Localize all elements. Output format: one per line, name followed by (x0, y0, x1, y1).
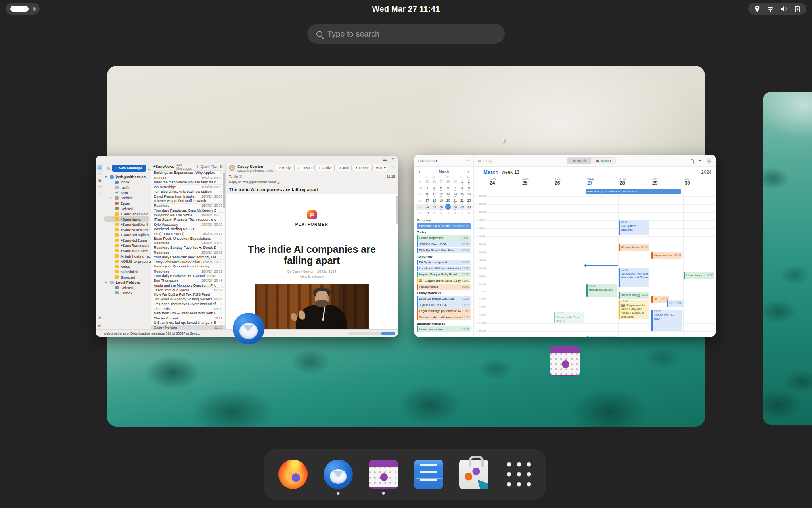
mini-day-cell[interactable]: 29 (459, 204, 466, 210)
mini-day-cell[interactable]: 15 (459, 191, 466, 197)
message-row-line[interactable]: TY Pages That Move Buyers instead of sto… (151, 302, 225, 306)
day-header-cell[interactable]: THU 28 (618, 177, 651, 189)
mini-day-cell[interactable]: 4 (431, 185, 438, 191)
message-row-line[interactable]: Casey Newton 11:18 (151, 325, 225, 329)
mini-day-cell[interactable]: 9 (465, 185, 473, 191)
mini-day-cell[interactable]: 3 (445, 210, 452, 216)
day-header-cell[interactable]: MON 25 (521, 177, 553, 189)
close-icon[interactable]: × (706, 158, 712, 164)
message-row-line[interactable]: Ten Blue Links, AI is bad now edition ☆ (151, 189, 225, 194)
expander-icon[interactable]: ∨ (109, 196, 113, 200)
display-options-icon[interactable]: ☷ (220, 165, 223, 169)
message-action-button[interactable]: More ▾ (372, 165, 388, 171)
star-icon[interactable]: ☆ (219, 171, 222, 175)
calendar-event[interactable]: Legal marriage p… 10:00 (651, 252, 682, 259)
day-header-cell[interactable]: SAT 30 (683, 177, 716, 189)
folder-row[interactable]: Sent (104, 190, 150, 195)
calendar-event[interactable]: Dr… 16:00 (667, 300, 684, 307)
calendars-dropdown[interactable]: Calendars ▾ (418, 159, 437, 163)
mini-day-cell[interactable]: 5 (438, 185, 445, 191)
mini-day-cell[interactable]: 24 (424, 204, 431, 210)
message-action-button[interactable]: ↓Archive (316, 165, 335, 171)
agenda-event-chip[interactable]: JQ695 HBA to OOL 20:35 (417, 241, 471, 247)
folder-row[interactable]: +SaneNoReplies (104, 232, 150, 237)
message-row-line[interactable]: New from Tim — Interviews with Seth Godi… (151, 311, 225, 316)
day-header-cell[interactable]: TUE 26 (553, 177, 586, 189)
calendar-event[interactable]: 14:00 House inspection (586, 284, 617, 297)
message-row-line[interactable]: Your daily Readwise: Alex Hormozi, Leand… (151, 255, 225, 260)
expander-icon[interactable]: ∨ (105, 175, 108, 179)
folder-row[interactable]: Drafts (104, 185, 150, 190)
calendar-event[interactable]: 17:15 JQ696 OOL to HBA (651, 310, 682, 331)
dock-app-button[interactable] (413, 459, 444, 490)
message-row-line[interactable]: Readwise 26/3/24, 23:02 (151, 269, 225, 274)
folder-row[interactable]: Deleted (104, 285, 150, 290)
message-row-line[interactable]: Unmade 15/3/24, 09:02 (151, 175, 225, 180)
mini-day-cell[interactable]: 26 (438, 204, 445, 210)
prev-month-icon[interactable]: ◂ (418, 170, 420, 173)
star-icon[interactable]: ☆ (219, 274, 222, 278)
folder-row[interactable]: +SaneNextMonth (104, 222, 150, 227)
folder-row[interactable]: ∨ josh@withers.co (104, 174, 150, 179)
mini-day-cell[interactable]: 18 (431, 197, 438, 204)
mini-day-cell[interactable]: 26 (431, 178, 438, 185)
mini-day-cell[interactable]: 27 (445, 204, 452, 210)
message-row-line[interactable]: A better way to find stuff to watch ☆ (151, 199, 225, 204)
space-tab-icon[interactable]: ▦ (96, 177, 103, 183)
folder-row[interactable]: Deleted (104, 206, 150, 211)
message-row-line[interactable]: Here's your QuoteAction of the day ☆ (151, 264, 225, 269)
search-icon[interactable] (691, 159, 694, 162)
reading-pane-scrollbar[interactable] (396, 196, 398, 224)
star-icon[interactable]: ☆ (391, 165, 395, 169)
agenda-event-chip[interactable]: Home inspection 12:30 (417, 326, 471, 332)
star-icon[interactable]: ☆ (219, 292, 222, 296)
workspace-indicator[interactable] (6, 3, 40, 15)
mini-day-cell[interactable]: 20 (445, 197, 452, 204)
mini-day-cell[interactable]: 22 (459, 197, 466, 204)
thunderbird-window[interactable]: ☰ × ✉ ⚇ ▦ ☑ ◗ (96, 156, 398, 337)
star-icon[interactable]: ☆ (219, 283, 222, 287)
mini-day-cell[interactable]: 5 (459, 210, 466, 216)
agenda-event-chip[interactable]: House inspection 14:00 (417, 235, 471, 241)
tab-week[interactable]: ▥ Week (567, 158, 591, 164)
mini-day-cell[interactable]: 28 (445, 178, 452, 185)
folder-row[interactable]: +SaneReminders (104, 243, 150, 248)
mini-day-cell[interactable]: 16 (465, 191, 473, 197)
folder-row[interactable]: Scheduled (104, 269, 150, 274)
star-icon[interactable]: ☆ (219, 311, 222, 315)
next-month-icon[interactable]: ▸ (468, 170, 469, 173)
message-row-line[interactable]: Meet the man whose job is to tank his ra… (151, 180, 225, 185)
menu-icon[interactable]: ☰ (465, 158, 469, 163)
calendar-event[interactable]: 16:00 Elopement for Millie Eddy and Will… (619, 300, 649, 319)
star-icon[interactable]: ☆ (219, 237, 222, 241)
settings-gear-icon[interactable]: ⚙ (98, 316, 102, 320)
folder-row[interactable]: +SaneBlackHole (104, 211, 150, 216)
expander-icon[interactable]: ∨ (105, 281, 108, 284)
folder-row[interactable]: Spam (104, 200, 150, 206)
message-row-line[interactable]: Your daily Readwise: Greg McKeown, Ernes… (151, 208, 225, 213)
message-row-line[interactable]: How We Built a Full Text RSS Feed ☆ (151, 292, 225, 297)
search-bar[interactable]: Type to search (307, 24, 505, 44)
workspace-pill-inactive[interactable] (33, 7, 36, 11)
mini-day-cell[interactable]: 6 (445, 185, 452, 191)
agenda-event-chip[interactable]: PA System reqiured 06:00 (417, 260, 471, 265)
folder-row[interactable]: ∨ Local Folders (104, 280, 150, 285)
message-row-line[interactable]: Ben Thompson 26/3/24, 23:48 (151, 278, 225, 283)
star-icon[interactable]: ☆ (219, 217, 222, 221)
message-action-button[interactable]: ↩Reply (276, 165, 293, 171)
folder-row[interactable]: NOIMS to prepare (104, 259, 150, 264)
calendar-event[interactable]: 20:35 JQ695 HBA to OOL (586, 336, 617, 337)
tab-month[interactable]: ▦ Month (591, 158, 616, 164)
quick-filter-button[interactable]: Quick Filter (201, 165, 218, 169)
calendar-event[interactable]: Inspect Wagga G… 15:00 (619, 292, 649, 299)
mini-day-cell[interactable]: 10 (424, 191, 431, 197)
message-row-line[interactable]: Tim Ferriss 09:33 (151, 306, 225, 311)
dock-app-button[interactable] (458, 459, 489, 490)
star-icon[interactable]: ☆ (219, 246, 222, 250)
mini-day-cell[interactable]: 25 (424, 178, 431, 185)
all-day-event[interactable]: Brisbane, QLD, Australia, March 2024 (586, 189, 681, 194)
mini-day-cell[interactable]: 11 (431, 191, 438, 197)
mini-day-cell[interactable]: 21 (452, 197, 459, 204)
mini-day-cell[interactable]: 2 (465, 178, 473, 185)
star-icon[interactable]: ☆ (219, 321, 222, 325)
